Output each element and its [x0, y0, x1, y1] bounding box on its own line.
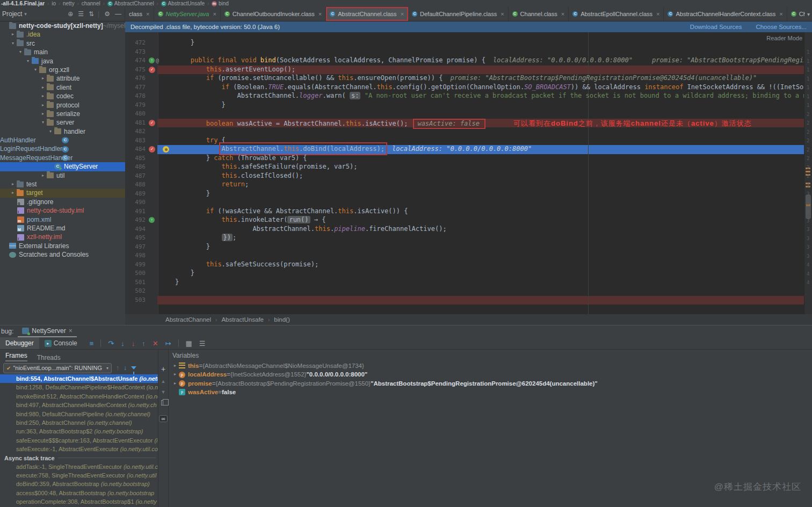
chevron-right-icon[interactable]: ▸: [10, 180, 16, 189]
chevron-down-icon[interactable]: ▾: [25, 57, 31, 66]
previous-frame-icon[interactable]: ↑: [116, 364, 119, 372]
duplicate-icon[interactable]: [161, 400, 166, 405]
tree-item[interactable]: AuthHandler: [0, 136, 125, 144]
code-line[interactable]: 491 if (!wasActive && AbstractChannel.th…: [125, 207, 804, 216]
tree-item[interactable]: ▾src: [0, 39, 125, 48]
editor-tab[interactable]: CChannelOutboundHandler.cl: [787, 7, 805, 21]
line-number[interactable]: 486: [125, 163, 146, 172]
breadcrumb-item[interactable]: io: [52, 1, 56, 6]
line-number[interactable]: 491: [125, 207, 146, 216]
chevron-right-icon[interactable]: ▸: [40, 171, 46, 180]
variable-row[interactable]: wasActive = false: [169, 388, 812, 396]
line-number[interactable]: 474: [125, 56, 146, 66]
code-line[interactable]: 487 this.closeIfClosed();: [125, 172, 804, 181]
layout-settings-icon[interactable]: ☰: [199, 339, 206, 347]
overrides-icon[interactable]: ↑: [149, 57, 155, 63]
step-over-icon[interactable]: ↷: [108, 339, 114, 347]
async-stack-frame-row[interactable]: execute:758, SingleThreadEventExecutor (…: [0, 471, 158, 480]
code-line[interactable]: 481✓ boolean wasActive = AbstractChannel…: [125, 119, 804, 128]
tree-item[interactable]: ▸.idea: [0, 30, 125, 39]
code-line[interactable]: 478 AbstractChannel.logger.warn( s: "A n…: [125, 92, 804, 101]
editor-tab[interactable]: CAbstractChannelHandlerContext.class×: [664, 7, 787, 21]
async-stack-frame-row[interactable]: addTask:-1, SingleThreadEventExecutor (i…: [0, 462, 158, 471]
async-stack-frame-row[interactable]: doBind0:359, AbstractBootstrap (io.netty…: [0, 480, 158, 488]
stack-frame-row[interactable]: invokeBind:512, AbstractChannelHandlerCo…: [0, 392, 158, 401]
tree-item[interactable]: ▾handler: [0, 127, 125, 136]
breadcrumb-item[interactable]: netty: [63, 1, 75, 6]
code-line[interactable]: 498: [125, 251, 804, 260]
tree-item[interactable]: ▸util: [0, 171, 125, 180]
quickfix-bulb-icon[interactable]: [163, 146, 169, 153]
line-number[interactable]: 479: [125, 101, 146, 110]
chevron-right-icon[interactable]: ▸: [171, 370, 179, 379]
chevron-down-icon[interactable]: ▾: [40, 118, 46, 127]
hidden-tabs-icon[interactable]: ▾: [805, 7, 812, 21]
close-icon[interactable]: ×: [69, 327, 73, 335]
line-number[interactable]: 481: [125, 119, 146, 128]
locate-icon[interactable]: ⊕: [68, 10, 73, 18]
chevron-down-icon[interactable]: ▾: [32, 66, 39, 74]
tree-item[interactable]: xzll-netty.iml: [0, 233, 125, 241]
code-line[interactable]: 485 } catch (Throwable var5) {: [125, 154, 804, 163]
tree-item[interactable]: netty-code-study.iml: [0, 206, 125, 215]
code-line[interactable]: 488 return;: [125, 180, 804, 190]
code-line[interactable]: 489 }: [125, 190, 804, 199]
chevron-right-icon[interactable]: ▸: [171, 379, 179, 388]
code-line[interactable]: 502: [125, 287, 804, 296]
async-stack-frame-row[interactable]: operationComplete:308, AbstractBootstrap…: [0, 497, 158, 506]
close-icon[interactable]: ×: [656, 11, 659, 17]
close-icon[interactable]: ×: [401, 11, 404, 17]
line-number[interactable]: 485: [125, 154, 146, 163]
line-number[interactable]: 499: [125, 260, 146, 270]
code-line[interactable]: 495 });: [125, 234, 804, 243]
move-down-icon[interactable]: ▼: [161, 389, 166, 395]
tree-item[interactable]: LoginRequestHandler: [0, 144, 125, 153]
editor-breadcrumb-item[interactable]: AbstractChannel: [165, 316, 211, 323]
stack-frame-row[interactable]: run:363, AbstractBootstrap$2 (io.netty.b…: [0, 427, 158, 436]
expand-collapse-icon[interactable]: ⇅: [89, 10, 94, 18]
tab-threads[interactable]: Threads: [37, 354, 61, 361]
tree-item[interactable]: ▾java: [0, 57, 125, 66]
variable-row[interactable]: ▸localAddress = {InetSocketAddress@1552}…: [169, 370, 812, 379]
breadcrumb-item[interactable]: -all-4.1.6.Final.jar: [1, 1, 45, 6]
tab-console[interactable]: ▸Console: [39, 339, 83, 347]
line-number[interactable]: 487: [125, 172, 146, 181]
code-area[interactable]: 472 }473474↑@ public final void bind(Soc…: [125, 39, 804, 314]
close-icon[interactable]: ×: [146, 11, 149, 17]
hide-panel-icon[interactable]: —: [115, 10, 121, 18]
tree-item[interactable]: Scratches and Consoles: [0, 250, 125, 259]
tree-item[interactable]: ▸protocol: [0, 101, 125, 110]
tab-frames[interactable]: Frames: [5, 352, 27, 361]
chevron-down-icon[interactable]: ▾: [24, 11, 27, 17]
line-number[interactable]: 488: [125, 180, 146, 190]
async-stack-frame-row[interactable]: access$000:48, AbstractBootstrap (io.net…: [0, 489, 158, 497]
close-icon[interactable]: ×: [561, 11, 564, 17]
run-to-cursor-icon[interactable]: ↦: [165, 339, 171, 347]
line-number[interactable]: 476: [125, 74, 146, 83]
editor-tab[interactable]: CDefaultChannelPipeline.class×: [408, 7, 509, 21]
force-step-into-icon[interactable]: ↓: [132, 339, 135, 347]
scrollbar-thumb[interactable]: [806, 194, 811, 219]
code-line[interactable]: 499 this.safeSetSuccess(promise);: [125, 260, 804, 270]
line-number[interactable]: 501: [125, 278, 146, 287]
chevron-right-icon[interactable]: ▸: [10, 189, 16, 197]
code-line[interactable]: 475✓ this.assertEventLoop();: [125, 66, 804, 75]
line-number[interactable]: 472: [125, 39, 146, 48]
tree-item[interactable]: ▾server: [0, 118, 125, 127]
editor-tab[interactable]: CChannel.class×: [509, 7, 569, 21]
code-line[interactable]: 480: [125, 110, 804, 119]
stack-frame-row[interactable]: safeExecute$$$capture:163, AbstractEvent…: [0, 436, 158, 445]
tree-item[interactable]: ▸codec: [0, 92, 125, 100]
code-line[interactable]: 472 }: [125, 39, 804, 48]
close-icon[interactable]: ×: [779, 11, 782, 17]
watches-icon[interactable]: ∞: [159, 415, 167, 422]
evaluate-expression-icon[interactable]: ▦: [186, 339, 192, 347]
step-into-icon[interactable]: ↓: [121, 339, 125, 347]
code-line[interactable]: 486 this.safeSetFailure(promise, var5);: [125, 163, 804, 172]
code-line[interactable]: 477 if (Boolean.TRUE.equals(AbstractChan…: [125, 83, 804, 92]
breadcrumb-item[interactable]: CAbstractChannel: [107, 1, 154, 6]
tree-item[interactable]: External Libraries: [0, 242, 125, 250]
chevron-right-icon[interactable]: ▸: [10, 30, 16, 39]
project-panel-header[interactable]: Project ▾ ⊕ ☰ ⇅ | ⚙ —: [0, 7, 125, 21]
chevron-right-icon[interactable]: ▸: [40, 74, 46, 83]
